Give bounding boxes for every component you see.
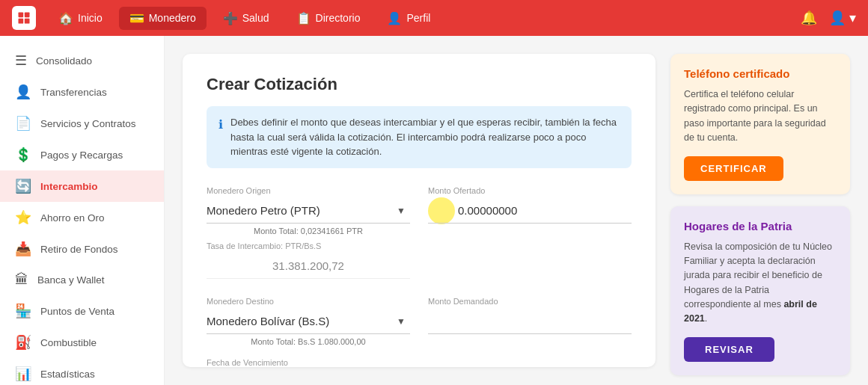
servicios-icon: 📄 — [15, 115, 31, 132]
card-hogares-title: Hogares de la Patria — [684, 220, 837, 232]
sidebar-item-transferencias[interactable]: 👤 Transferencias — [0, 76, 164, 108]
card-phone-title: Teléfono certificado — [684, 67, 837, 80]
consolidado-icon: ☰ — [15, 52, 27, 69]
fecha-row: Fecha de Vencimiento — [207, 358, 632, 386]
nav-item-directorio[interactable]: 📋 Directorio — [286, 7, 371, 30]
tasa-label: Tasa de Intercambio: PTR/Bs.S — [207, 241, 410, 250]
monto-ofertado-input[interactable] — [428, 198, 632, 224]
fecha-input[interactable] — [207, 370, 410, 386]
tasa-row: Tasa de Intercambio: PTR/Bs.S 31.381.200… — [207, 241, 632, 279]
page-title: Crear Cotización — [207, 75, 632, 94]
info-box: ℹ Debes definir el monto que deseas inte… — [207, 106, 632, 168]
monto-ofertado-group: Monto Ofertado — [428, 186, 632, 235]
fecha-label: Fecha de Vencimiento — [207, 358, 410, 367]
sidebar-item-banca[interactable]: 🏛 Banca y Wallet — [0, 265, 164, 295]
ahorro-icon: ⭐ — [15, 209, 31, 226]
sidebar-item-servicios[interactable]: 📄 Servicios y Contratos — [0, 108, 164, 139]
origen-select-wrap: Monedero Petro (PTR) ▼ — [207, 198, 410, 224]
main-content: Crear Cotización ℹ Debes definir el mont… — [165, 36, 868, 385]
nav-logo — [12, 6, 36, 30]
nav-item-perfil[interactable]: 👤 Perfil — [376, 7, 441, 30]
destino-select-wrap: Monedero Bolívar (Bs.S) ▼ — [207, 309, 410, 334]
nav-item-inicio[interactable]: 🏠 Inicio — [48, 7, 113, 30]
tasa-value: 31.381.200,72 — [207, 253, 410, 279]
nav-item-monedero[interactable]: 💳 Monedero — [119, 7, 207, 30]
monto-ofertado-label: Monto Ofertado — [428, 186, 632, 195]
top-nav: 🏠 Inicio 💳 Monedero ➕ Salud 📋 Directorio… — [0, 0, 868, 36]
pagos-icon: 💲 — [15, 147, 31, 163]
monto-demandado-group: Monto Demandado — [428, 297, 632, 346]
sidebar-item-combustible[interactable]: ⛽ Combustible — [0, 327, 164, 358]
sidebar-item-retiro[interactable]: 📥 Retiro de Fondos — [0, 233, 164, 265]
monto-demandado-label: Monto Demandado — [428, 297, 632, 306]
monto-demandado-input[interactable] — [428, 309, 632, 334]
tasa-group: Tasa de Intercambio: PTR/Bs.S 31.381.200… — [207, 241, 410, 279]
svg-rect-2 — [19, 19, 24, 24]
card-phone-text: Certifica el teléfono celular registrado… — [684, 87, 837, 146]
monto-ofertado-input-wrap — [428, 198, 632, 224]
svg-rect-3 — [25, 19, 30, 24]
sidebar: ☰ Consolidado 👤 Transferencias 📄 Servici… — [0, 36, 165, 385]
card-hogares-text: Revisa la composición de tu Núcleo Famil… — [684, 240, 837, 327]
bell-icon[interactable]: 🔔 — [801, 10, 817, 26]
user-menu-icon[interactable]: 👤 ▾ — [829, 10, 856, 26]
retiro-icon: 📥 — [15, 241, 31, 257]
destino-select[interactable]: Monedero Bolívar (Bs.S) — [207, 309, 410, 334]
perfil-icon: 👤 — [387, 11, 402, 25]
sidebar-item-estadisticas[interactable]: 📊 Estadísticas — [0, 358, 164, 385]
banca-icon: 🏛 — [15, 272, 28, 288]
monedero-icon: 💳 — [129, 11, 144, 25]
origen-group: Monedero Origen Monedero Petro (PTR) ▼ M… — [207, 186, 410, 235]
svg-rect-0 — [19, 13, 24, 18]
destino-hint: Monto Total: Bs.S 1.080.000,00 — [207, 337, 410, 346]
fecha-spacer — [428, 358, 632, 386]
destino-group: Monedero Destino Monedero Bolívar (Bs.S)… — [207, 297, 410, 346]
fecha-group: Fecha de Vencimiento — [207, 358, 410, 386]
svg-rect-1 — [25, 13, 30, 18]
sidebar-item-intercambio[interactable]: 🔄 Intercambio — [0, 170, 164, 202]
form-area: Crear Cotización ℹ Debes definir el mont… — [183, 54, 655, 367]
tasa-spacer — [428, 241, 632, 279]
directorio-icon: 📋 — [296, 11, 311, 25]
destino-row: Monedero Destino Monedero Bolívar (Bs.S)… — [207, 297, 632, 346]
revisar-button[interactable]: REVISAR — [684, 337, 774, 362]
sidebar-item-consolidado[interactable]: ☰ Consolidado — [0, 45, 164, 76]
destino-label: Monedero Destino — [207, 297, 410, 306]
origen-select[interactable]: Monedero Petro (PTR) — [207, 198, 410, 224]
origen-hint: Monto Total: 0,02341661 PTR — [207, 227, 410, 235]
nav-item-salud[interactable]: ➕ Salud — [213, 7, 280, 30]
transferencias-icon: 👤 — [15, 84, 31, 100]
combustible-icon: ⛽ — [15, 334, 31, 351]
puntos-icon: 🏪 — [15, 303, 31, 319]
origen-label: Monedero Origen — [207, 186, 410, 195]
info-icon: ℹ — [218, 116, 223, 159]
card-phone: Teléfono certificado Certifica el teléfo… — [670, 54, 850, 194]
right-panel: Teléfono certificado Certifica el teléfo… — [670, 54, 850, 367]
intercambio-icon: 🔄 — [15, 178, 31, 194]
estadisticas-icon: 📊 — [15, 366, 31, 382]
origen-row: Monedero Origen Monedero Petro (PTR) ▼ M… — [207, 186, 632, 235]
inicio-icon: 🏠 — [58, 11, 73, 25]
card-hogares: Hogares de la Patria Revisa la composici… — [670, 206, 850, 375]
certificar-button[interactable]: CERTIFICAR — [684, 156, 783, 181]
salud-icon: ➕ — [223, 11, 238, 25]
sidebar-item-ahorro[interactable]: ⭐ Ahorro en Oro — [0, 202, 164, 233]
sidebar-item-pagos[interactable]: 💲 Pagos y Recargas — [0, 139, 164, 170]
sidebar-item-puntos[interactable]: 🏪 Puntos de Venta — [0, 295, 164, 327]
